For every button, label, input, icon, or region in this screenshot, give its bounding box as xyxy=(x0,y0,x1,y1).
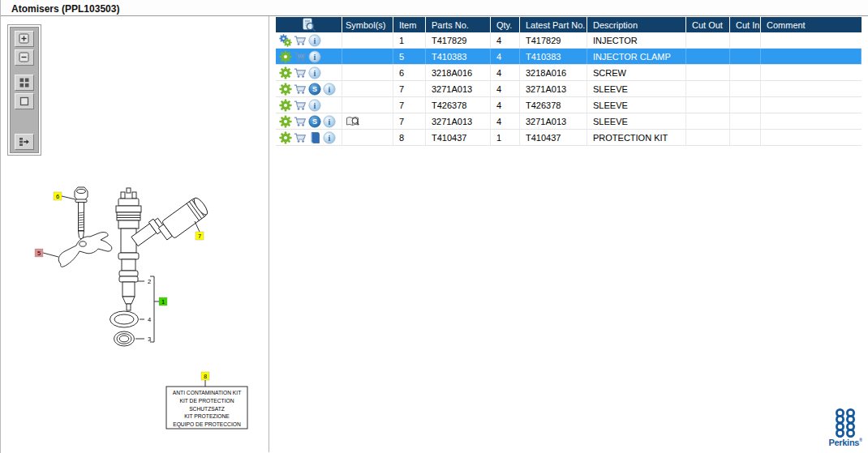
info-icon[interactable] xyxy=(323,83,336,96)
cut-out-cell xyxy=(686,113,730,129)
table-row[interactable]: 8 T410437 1 T410437 PROTECTION KIT xyxy=(276,130,862,146)
description-cell: PROTECTION KIT xyxy=(587,130,686,145)
diagram-panel: 6 5 xyxy=(1,16,269,452)
book-icon[interactable] xyxy=(308,131,321,144)
description-cell: SLEEVE xyxy=(587,81,686,96)
description-cell: INJECTOR CLAMP xyxy=(587,49,686,64)
info-icon[interactable] xyxy=(308,99,321,112)
gear-icon[interactable] xyxy=(279,99,292,112)
cart-icon[interactable] xyxy=(294,66,307,79)
cut-in-cell xyxy=(730,130,761,145)
item-cell: 7 xyxy=(393,97,426,113)
comment-cell xyxy=(761,65,862,80)
gear-icon[interactable] xyxy=(279,50,292,63)
latest-part-no-cell: T417829 xyxy=(520,32,587,48)
callout-1[interactable]: 1 xyxy=(159,297,167,306)
callout-8[interactable]: 8 xyxy=(201,372,209,380)
latest-part-no-cell: 3271A013 xyxy=(520,113,587,129)
info-icon[interactable] xyxy=(308,50,321,63)
latest-part-no-cell: 3271A013 xyxy=(520,81,587,96)
comment-cell xyxy=(761,49,862,64)
table-row-selected[interactable]: 5 T410383 4 T410383 INJECTOR CLAMP xyxy=(276,49,862,65)
description-cell: SLEEVE xyxy=(587,97,686,113)
export-panel-icon xyxy=(19,136,30,147)
info-icon[interactable] xyxy=(308,34,321,47)
info-icon[interactable] xyxy=(323,115,336,128)
single-view-button[interactable] xyxy=(15,93,34,109)
cut-out-cell xyxy=(686,49,730,64)
gear-icon[interactable] xyxy=(279,131,292,144)
callout-5[interactable]: 5 xyxy=(35,249,43,257)
diagram-toolbar xyxy=(7,24,41,156)
table-row[interactable]: 7 3271A013 4 3271A013 SLEEVE xyxy=(276,113,862,130)
column-header-parts-no[interactable]: Parts No. xyxy=(426,17,491,32)
zoom-out-button[interactable] xyxy=(15,49,34,66)
callout-2[interactable]: 2 xyxy=(148,278,151,285)
export-panel-button[interactable] xyxy=(15,134,34,150)
column-header-actions[interactable] xyxy=(276,17,342,32)
svg-text:EQUIPO DE PROTECCION: EQUIPO DE PROTECCION xyxy=(173,421,241,428)
perkins-logo-mark xyxy=(832,408,858,438)
gear-add-icon[interactable] xyxy=(279,34,292,47)
qty-cell: 4 xyxy=(491,32,520,48)
comment-cell xyxy=(761,97,862,113)
column-header-item[interactable]: Item xyxy=(393,17,426,32)
svg-text:7: 7 xyxy=(198,233,201,240)
bolt-part xyxy=(75,187,88,239)
item-cell: 7 xyxy=(393,113,426,129)
parts-no-cell: T417829 xyxy=(426,32,491,48)
table-row[interactable]: 1 T417829 4 T417829 INJECTOR xyxy=(276,32,862,49)
svg-text:6: 6 xyxy=(56,193,59,200)
column-header-symbols[interactable]: Symbol(s) xyxy=(342,17,393,32)
column-header-latest-part-no[interactable]: Latest Part No. xyxy=(520,17,587,32)
info-icon[interactable] xyxy=(323,131,336,144)
callout-4[interactable]: 4 xyxy=(148,316,151,323)
table-row[interactable]: 7 3271A013 4 3271A013 SLEEVE xyxy=(276,81,862,97)
column-header-cut-out[interactable]: Cut Out xyxy=(686,17,730,32)
column-header-cut-in[interactable]: Cut In xyxy=(730,17,761,32)
cart-icon[interactable] xyxy=(294,115,307,128)
perkins-logo: Perkins® xyxy=(827,408,864,447)
cart-icon[interactable] xyxy=(294,99,307,112)
zoom-in-button[interactable] xyxy=(15,31,34,47)
callout-6[interactable]: 6 xyxy=(54,192,62,200)
perkins-logo-text: Perkins® xyxy=(827,438,864,447)
latest-part-no-cell: 3218A016 xyxy=(520,65,587,80)
symbol-cell xyxy=(342,81,393,96)
qty-cell: 4 xyxy=(491,97,520,113)
cut-in-cell xyxy=(730,32,761,48)
table-row[interactable]: 7 T426378 4 T426378 SLEEVE xyxy=(276,97,862,113)
column-header-qty[interactable]: Qty. xyxy=(491,17,520,32)
book-magnifier-icon[interactable] xyxy=(346,115,360,128)
cart-icon[interactable] xyxy=(294,131,307,144)
table-row[interactable]: 6 3218A016 4 3218A016 SCREW xyxy=(276,65,862,81)
symbol-cell xyxy=(342,32,393,48)
description-cell: INJECTOR xyxy=(587,32,686,48)
preview-search-icon xyxy=(301,18,317,32)
item-cell: 5 xyxy=(393,49,426,64)
gear-icon[interactable] xyxy=(279,66,292,79)
tile-view-button[interactable] xyxy=(15,75,34,91)
spare-parts-icon[interactable] xyxy=(308,83,321,96)
column-header-comment[interactable]: Comment xyxy=(761,17,862,32)
injector-part xyxy=(116,188,165,310)
cart-icon[interactable] xyxy=(294,83,307,96)
comment-cell xyxy=(761,130,862,145)
gear-icon[interactable] xyxy=(279,115,292,128)
gear-icon[interactable] xyxy=(279,83,292,96)
info-icon[interactable] xyxy=(308,66,321,79)
note-box: ANTI CONTAMINATION KIT KIT DE PROTECTION… xyxy=(166,387,247,429)
svg-text:KIT DE PROTECTION: KIT DE PROTECTION xyxy=(179,398,234,404)
item-cell: 1 xyxy=(393,32,426,48)
cart-icon[interactable] xyxy=(294,50,307,63)
cart-icon[interactable] xyxy=(294,34,307,47)
svg-text:5: 5 xyxy=(37,250,41,257)
symbol-cell xyxy=(342,49,393,64)
qty-cell: 4 xyxy=(491,113,520,129)
svg-text:ANTI CONTAMINATION KIT: ANTI CONTAMINATION KIT xyxy=(173,390,241,395)
item-cell: 7 xyxy=(393,81,426,96)
qty-cell: 4 xyxy=(491,49,520,64)
callout-7[interactable]: 7 xyxy=(196,232,204,240)
column-header-description[interactable]: Description xyxy=(587,17,686,32)
spare-parts-icon[interactable] xyxy=(308,115,321,128)
